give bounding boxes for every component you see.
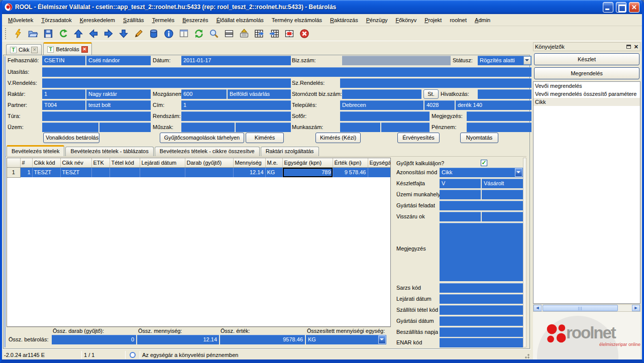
cell-mennyiseg[interactable]: 12.14	[233, 167, 265, 177]
uzem-name-field[interactable]	[99, 123, 151, 132]
menu-projekt[interactable]: Projekt	[420, 16, 446, 25]
toolbar-grip[interactable]	[5, 28, 7, 39]
info-icon[interactable]	[163, 28, 175, 40]
search-icon[interactable]	[208, 28, 220, 40]
beszallitas-napja-field[interactable]	[440, 327, 523, 337]
keyboard-icon[interactable]	[238, 28, 250, 40]
cell-egysegar-kpn-selected[interactable]: 789	[282, 167, 333, 177]
tab-raktari-szolgaltatas[interactable]: Raktári szolgáltatás	[261, 147, 319, 156]
col-ertek-kpn[interactable]: Érték (kpn)	[333, 158, 368, 167]
menu-szallitas[interactable]: Szállítás	[119, 16, 148, 25]
row-header-cell[interactable]: 1	[7, 167, 20, 177]
cell-cikk-kod[interactable]: TESZT	[32, 167, 60, 177]
st-button[interactable]: St.	[423, 89, 439, 99]
gyujto-checkbox[interactable]: ✓	[481, 160, 487, 166]
raktar-name-field[interactable]: Nagy raktár	[86, 89, 151, 99]
maximize-button[interactable]	[616, 2, 626, 13]
hivatkozas-field[interactable]	[478, 89, 531, 99]
col-egysegar[interactable]: Egységár	[368, 158, 391, 167]
keszletfajta-name-field[interactable]: Vásárolt	[482, 179, 523, 188]
sarzs-kod-field[interactable]	[440, 283, 523, 293]
list-item-selected[interactable]: Cikk	[533, 98, 640, 106]
lejarati-datum-field[interactable]	[440, 294, 523, 304]
menu-roolnet[interactable]: roolnet	[446, 16, 471, 25]
visszaru-ok-name-field[interactable]	[482, 212, 523, 221]
grid-cell-icon[interactable]	[283, 28, 295, 40]
cell-cikk-nev[interactable]: TESZT	[60, 167, 91, 177]
uzem-code-field[interactable]	[42, 123, 98, 132]
right-groove[interactable]	[523, 158, 526, 347]
grid-insert-icon[interactable]	[268, 28, 280, 40]
mozgasnem-code-field[interactable]: 600	[181, 89, 227, 99]
partner-name-field[interactable]: teszt bolt	[86, 100, 151, 110]
nav-previous-icon[interactable]	[87, 28, 99, 40]
tab-betarolas[interactable]: T Betárolás ✕	[43, 42, 91, 55]
egyseg-dropdown[interactable]: KG	[306, 335, 386, 344]
megjegyzes-field[interactable]	[467, 111, 531, 121]
window-icon[interactable]	[178, 28, 190, 40]
menu-termeny[interactable]: Termény elszámolás	[268, 16, 326, 25]
nav-first-icon[interactable]	[72, 28, 84, 40]
tab-cikk-close-icon[interactable]: ✕	[31, 47, 38, 53]
kimeres-kezi-button[interactable]: Kimérés (Kézi)	[315, 133, 361, 143]
ervenyesites-button[interactable]: Érvényesítés	[397, 133, 440, 143]
chevron-down-icon[interactable]	[378, 335, 386, 344]
partner-code-field[interactable]: T004	[42, 100, 85, 110]
menu-raktarozas[interactable]: Raktározás	[326, 16, 362, 25]
tab-bevetelezes-tablazatos[interactable]: Bevételezés tételek - táblázatos	[65, 147, 153, 156]
telepules-city-field[interactable]: Debrecen	[340, 100, 423, 110]
col-egysegar-kpn[interactable]: Egységár (kpn)	[282, 158, 333, 167]
lightning-icon[interactable]	[12, 28, 24, 40]
kimeres-button[interactable]: Kimérés	[246, 133, 284, 143]
col-darab-gyujto[interactable]: Darab (gyűjtő)	[185, 158, 233, 167]
munkaszam-code-field[interactable]	[340, 123, 380, 132]
mozgasnem-name-field[interactable]: Belföldi vásárlás	[228, 89, 291, 99]
save-icon[interactable]	[42, 28, 54, 40]
keszlet-button[interactable]: Készlet	[534, 53, 639, 65]
cell-index[interactable]: 1	[20, 167, 32, 177]
refresh-icon[interactable]	[193, 28, 205, 40]
gyartasi-datum-field[interactable]	[440, 316, 523, 326]
uzemi-munkahely-code-field[interactable]	[440, 190, 481, 199]
resize-grip[interactable]	[523, 352, 530, 359]
col-index[interactable]: #	[20, 158, 32, 167]
tab-bevetelezes-tetelek[interactable]: Bevételezés tételek	[7, 145, 64, 156]
cell-etk[interactable]	[91, 167, 110, 177]
muszak-name-field[interactable]	[236, 123, 291, 132]
nav-next-icon[interactable]	[102, 28, 115, 40]
felhasznalo-name-field[interactable]: Cséti nándor	[86, 56, 151, 65]
ossz-ertek-field[interactable]: 9578.46	[220, 335, 305, 344]
cell-darab-gyujto[interactable]	[185, 167, 233, 177]
azonositasi-mod-dropdown[interactable]: Cikk	[440, 168, 523, 177]
sofor-field[interactable]	[340, 111, 430, 121]
menu-termeles[interactable]: Termelés	[148, 16, 179, 25]
scrollbar-track[interactable]	[542, 305, 632, 311]
cell-me[interactable]: KG	[265, 167, 282, 177]
list-item[interactable]: Vevői megrendelés	[533, 82, 640, 90]
menu-torzsadatok[interactable]: Törzsadatok	[37, 16, 76, 25]
raktar-code-field[interactable]: 1	[42, 89, 85, 99]
nyomtatas-button[interactable]: Nyomtatás	[460, 133, 498, 143]
tab-betarolas-close-icon[interactable]: ✕	[81, 46, 88, 53]
megrendeles-button[interactable]: Megrendelés	[534, 67, 639, 79]
stornozott-field[interactable]	[342, 89, 421, 99]
grid-forward-icon[interactable]	[253, 28, 265, 40]
muszak-code-field[interactable]	[181, 123, 235, 132]
cell-ertek-kpn[interactable]: 9 578.46	[333, 167, 368, 177]
utasitas-field[interactable]	[42, 67, 531, 77]
cell-egysegar[interactable]	[368, 167, 391, 177]
telepules-street-field[interactable]: derék 140	[456, 100, 531, 110]
col-me[interactable]: M.e.	[265, 158, 282, 167]
minimize-button[interactable]	[603, 2, 613, 13]
menu-fokonyv[interactable]: Főkönyv	[392, 16, 421, 25]
menu-muveletek[interactable]: Műveletek	[4, 16, 37, 25]
table-row[interactable]: 1 1 TESZT TESZT 12.14 KG	[7, 167, 391, 177]
enar-kod-field[interactable]	[440, 338, 523, 347]
menu-admin[interactable]: Admin	[471, 16, 494, 25]
col-etk[interactable]: ETK	[91, 158, 110, 167]
vrendeles-field[interactable]	[42, 78, 291, 88]
menu-penzugy[interactable]: Pénzügy	[362, 16, 392, 25]
szrendeles-field[interactable]	[340, 78, 531, 88]
edit-icon[interactable]	[133, 28, 145, 40]
datum-field[interactable]: 2011-01-17	[181, 56, 291, 65]
